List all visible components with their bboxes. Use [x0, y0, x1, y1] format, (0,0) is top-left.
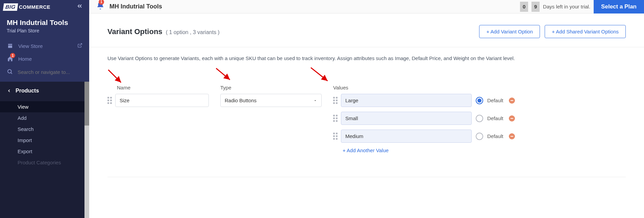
- bell-badge: 1: [99, 0, 104, 5]
- option-name-input[interactable]: [115, 94, 209, 107]
- sub-panel: Products View Add Search Import Export P…: [0, 82, 89, 218]
- svg-point-1: [8, 70, 11, 73]
- sidebar-scroll-thumb[interactable]: [84, 82, 89, 126]
- add-shared-variant-options-button[interactable]: + Add Shared Variant Options: [545, 25, 626, 38]
- sub-item-import[interactable]: Import: [0, 135, 89, 146]
- store-plan: Trial Plan Store: [7, 28, 82, 33]
- external-link-icon: [77, 43, 82, 49]
- trial-digit-0: 0: [520, 2, 528, 12]
- caret-down-icon: [313, 99, 317, 103]
- value-input-1[interactable]: [341, 112, 472, 125]
- sub-item-add[interactable]: Add: [0, 112, 89, 124]
- default-radio-1[interactable]: [476, 115, 483, 122]
- drag-handle-icon[interactable]: [333, 97, 338, 104]
- variant-grid: Name Type Radio Buttons Values: [89, 64, 644, 167]
- logo-big: BIG: [3, 3, 18, 11]
- svg-line-0: [79, 44, 82, 46]
- products-header[interactable]: Products: [0, 82, 89, 100]
- divider: [107, 177, 626, 177]
- remove-value-2-button[interactable]: [509, 133, 515, 139]
- default-radio-0[interactable]: [476, 97, 483, 104]
- topbar: 1 MH Indutrial Tools 0 9 Days left in yo…: [89, 0, 644, 13]
- remove-value-0-button[interactable]: [509, 98, 515, 104]
- minus-icon: [510, 99, 514, 102]
- default-label-2: Default: [487, 133, 503, 139]
- main-content: Variant Options ( 1 option , 3 variants …: [89, 13, 644, 218]
- chevron-left-icon: [7, 88, 11, 93]
- add-variant-option-button[interactable]: + Add Variant Option: [479, 25, 540, 38]
- store-name: MH Indutrial Tools: [7, 19, 82, 27]
- drag-handle-icon[interactable]: [333, 115, 338, 122]
- label-type: Type: [220, 85, 322, 90]
- remove-value-1-button[interactable]: [509, 115, 515, 121]
- nav-home[interactable]: 1 Home: [0, 52, 89, 65]
- sub-item-search[interactable]: Search: [0, 124, 89, 135]
- sidebar: BIG COMMERCE MH Indutrial Tools Trial Pl…: [0, 0, 89, 218]
- section-title: Variant Options ( 1 option , 3 variants …: [107, 27, 220, 36]
- default-label-1: Default: [487, 115, 503, 121]
- products-header-label: Products: [16, 88, 39, 94]
- svg-line-2: [11, 73, 12, 74]
- option-type-value: Radio Buttons: [225, 98, 256, 103]
- label-values: Values: [333, 85, 626, 90]
- option-type-select[interactable]: Radio Buttons: [220, 94, 322, 107]
- collapse-sidebar-button[interactable]: [76, 3, 83, 11]
- notifications-button[interactable]: 1: [96, 1, 105, 12]
- drag-handle-icon[interactable]: [333, 133, 338, 140]
- value-input-2[interactable]: [341, 130, 472, 143]
- annotation-arrow-values: [307, 66, 333, 84]
- home-badge: 1: [10, 53, 15, 58]
- col-type: Type Radio Buttons: [220, 85, 322, 153]
- sub-item-export[interactable]: Export: [0, 146, 89, 157]
- section-title-text: Variant Options: [107, 27, 163, 36]
- col-values: Values Default: [333, 85, 626, 153]
- default-radio-2[interactable]: [476, 133, 483, 140]
- brand-logo: BIG COMMERCE: [3, 3, 50, 11]
- svg-line-5: [308, 67, 330, 81]
- logo-row: BIG COMMERCE: [0, 0, 89, 14]
- trial-digit-1: 9: [531, 2, 540, 12]
- head-actions: + Add Variant Option + Add Shared Varian…: [479, 25, 626, 38]
- topbar-title: MH Indutrial Tools: [109, 3, 162, 10]
- trial-area: 0 9 Days left in your trial. Select a Pl…: [520, 0, 644, 13]
- search-icon: [7, 69, 13, 76]
- value-row-1: Default: [333, 112, 626, 125]
- logo-commerce: COMMERCE: [19, 4, 50, 10]
- store-info: MH Indutrial Tools Trial Plan Store: [0, 14, 89, 39]
- section-head: Variant Options ( 1 option , 3 variants …: [89, 13, 644, 47]
- select-plan-button[interactable]: Select a Plan: [594, 0, 644, 13]
- sidebar-scrollbar[interactable]: [84, 82, 89, 218]
- name-row: [107, 94, 209, 107]
- trial-text: Days left in your trial.: [543, 4, 590, 9]
- svg-line-4: [214, 68, 232, 80]
- minus-icon: [510, 135, 514, 138]
- svg-line-3: [106, 70, 124, 82]
- col-name: Name: [107, 85, 209, 153]
- section-description: Use Variant Options to generate Variants…: [89, 47, 644, 64]
- nav-home-label: Home: [18, 56, 32, 62]
- products-sublist: View Add Search Import Export Product Ca…: [0, 100, 89, 169]
- sub-item-categories[interactable]: Product Categories: [0, 157, 89, 168]
- nav-search[interactable]: [0, 65, 89, 82]
- nav-view-store-label: View Store: [18, 43, 43, 49]
- section-subtitle: ( 1 option , 3 variants ): [166, 29, 220, 35]
- add-another-value-link[interactable]: + Add Another Value: [343, 147, 626, 153]
- drag-handle-icon[interactable]: [107, 97, 112, 104]
- variant-columns: Name Type Radio Buttons Values: [107, 85, 626, 153]
- value-row-2: Default: [333, 130, 626, 143]
- default-label-0: Default: [487, 98, 503, 103]
- value-row-0: Default: [333, 94, 626, 107]
- annotation-arrow-type: [213, 67, 235, 83]
- minus-icon: [510, 117, 514, 120]
- nav-search-input[interactable]: [18, 69, 82, 75]
- annotation-arrow-name: [104, 68, 127, 86]
- label-name: Name: [117, 85, 209, 90]
- storefront-icon: [7, 43, 14, 49]
- sub-item-view[interactable]: View: [0, 101, 89, 112]
- value-input-0[interactable]: [341, 94, 472, 107]
- nav-view-store[interactable]: View Store: [0, 39, 89, 52]
